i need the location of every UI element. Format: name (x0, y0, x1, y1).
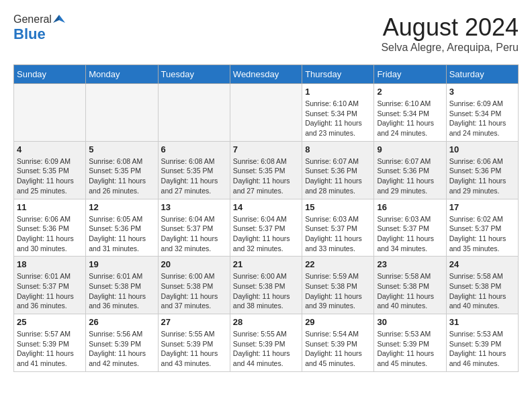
day-number: 22 (305, 259, 371, 269)
day-of-week-header: Friday (374, 65, 446, 84)
calendar-day-cell: 26Sunrise: 5:56 AM Sunset: 5:39 PM Dayli… (86, 314, 158, 372)
calendar-day-cell: 23Sunrise: 5:58 AM Sunset: 5:38 PM Dayli… (374, 257, 446, 314)
calendar-day-cell: 24Sunrise: 5:58 AM Sunset: 5:38 PM Dayli… (446, 257, 518, 314)
day-number: 27 (161, 317, 227, 327)
svg-marker-1 (53, 15, 59, 23)
calendar-day-cell: 6Sunrise: 6:08 AM Sunset: 5:35 PM Daylig… (158, 141, 230, 199)
logo: General Blue (13, 13, 65, 43)
day-of-week-header: Tuesday (158, 65, 230, 84)
day-number: 21 (233, 259, 299, 269)
calendar-day-cell: 8Sunrise: 6:07 AM Sunset: 5:36 PM Daylig… (302, 141, 374, 199)
day-info: Sunrise: 5:58 AM Sunset: 5:38 PM Dayligh… (449, 271, 515, 311)
calendar-week-row: 25Sunrise: 5:57 AM Sunset: 5:39 PM Dayli… (14, 314, 519, 372)
day-number: 3 (449, 87, 515, 97)
day-number: 9 (377, 144, 443, 154)
day-number: 25 (17, 317, 83, 327)
day-number: 14 (233, 202, 299, 212)
day-info: Sunrise: 6:05 AM Sunset: 5:36 PM Dayligh… (89, 214, 154, 254)
day-of-week-header: Sunday (14, 65, 86, 84)
day-info: Sunrise: 5:54 AM Sunset: 5:39 PM Dayligh… (305, 329, 371, 369)
page-header: General Blue August 2024 Selva Alegre, A… (13, 13, 519, 54)
calendar-table: SundayMondayTuesdayWednesdayThursdayFrid… (13, 64, 519, 372)
day-of-week-header: Wednesday (230, 65, 302, 84)
logo-general-text: General (13, 13, 52, 26)
day-info: Sunrise: 5:57 AM Sunset: 5:39 PM Dayligh… (17, 329, 83, 369)
calendar-day-cell: 17Sunrise: 6:02 AM Sunset: 5:37 PM Dayli… (446, 199, 518, 257)
day-number: 2 (377, 87, 443, 97)
logo-blue-text: Blue (13, 26, 46, 43)
day-number: 11 (17, 202, 83, 212)
day-number: 5 (89, 144, 154, 154)
calendar-day-cell: 30Sunrise: 5:53 AM Sunset: 5:39 PM Dayli… (374, 314, 446, 372)
calendar-week-row: 4Sunrise: 6:09 AM Sunset: 5:35 PM Daylig… (14, 141, 519, 199)
day-number: 16 (377, 202, 443, 212)
calendar-day-cell: 1Sunrise: 6:10 AM Sunset: 5:34 PM Daylig… (302, 84, 374, 142)
day-info: Sunrise: 6:03 AM Sunset: 5:37 PM Dayligh… (377, 214, 443, 254)
calendar-day-cell: 29Sunrise: 5:54 AM Sunset: 5:39 PM Dayli… (302, 314, 374, 372)
day-info: Sunrise: 6:04 AM Sunset: 5:37 PM Dayligh… (161, 214, 227, 254)
day-info: Sunrise: 6:08 AM Sunset: 5:35 PM Dayligh… (161, 156, 227, 196)
day-number: 31 (449, 317, 515, 327)
day-of-week-header: Saturday (446, 65, 518, 84)
calendar-day-cell: 4Sunrise: 6:09 AM Sunset: 5:35 PM Daylig… (14, 141, 86, 199)
calendar-day-cell: 10Sunrise: 6:06 AM Sunset: 5:36 PM Dayli… (446, 141, 518, 199)
calendar-week-row: 18Sunrise: 6:01 AM Sunset: 5:37 PM Dayli… (14, 257, 519, 314)
month-title: August 2024 (381, 13, 519, 42)
calendar-day-cell: 28Sunrise: 5:55 AM Sunset: 5:39 PM Dayli… (230, 314, 302, 372)
day-number: 15 (305, 202, 371, 212)
day-number: 18 (17, 259, 83, 269)
calendar-day-cell: 22Sunrise: 5:59 AM Sunset: 5:38 PM Dayli… (302, 257, 374, 314)
calendar-day-cell: 19Sunrise: 6:01 AM Sunset: 5:38 PM Dayli… (86, 257, 158, 314)
day-number: 24 (449, 259, 515, 269)
calendar-day-cell: 14Sunrise: 6:04 AM Sunset: 5:37 PM Dayli… (230, 199, 302, 257)
day-info: Sunrise: 5:55 AM Sunset: 5:39 PM Dayligh… (161, 329, 227, 369)
calendar-day-cell: 12Sunrise: 6:05 AM Sunset: 5:36 PM Dayli… (86, 199, 158, 257)
calendar-day-cell: 15Sunrise: 6:03 AM Sunset: 5:37 PM Dayli… (302, 199, 374, 257)
calendar-day-cell: 9Sunrise: 6:07 AM Sunset: 5:36 PM Daylig… (374, 141, 446, 199)
calendar-day-cell: 18Sunrise: 6:01 AM Sunset: 5:37 PM Dayli… (14, 257, 86, 314)
day-number: 12 (89, 202, 154, 212)
calendar-day-cell: 16Sunrise: 6:03 AM Sunset: 5:37 PM Dayli… (374, 199, 446, 257)
calendar-day-cell: 7Sunrise: 6:08 AM Sunset: 5:35 PM Daylig… (230, 141, 302, 199)
day-info: Sunrise: 5:55 AM Sunset: 5:39 PM Dayligh… (233, 329, 299, 369)
day-number: 26 (89, 317, 154, 327)
location-subtitle: Selva Alegre, Arequipa, Peru (381, 42, 519, 54)
day-number: 28 (233, 317, 299, 327)
day-number: 1 (305, 87, 371, 97)
calendar-day-cell: 31Sunrise: 5:53 AM Sunset: 5:39 PM Dayli… (446, 314, 518, 372)
day-info: Sunrise: 6:07 AM Sunset: 5:36 PM Dayligh… (305, 156, 371, 196)
calendar-day-cell: 11Sunrise: 6:06 AM Sunset: 5:36 PM Dayli… (14, 199, 86, 257)
calendar-day-cell (230, 84, 302, 142)
day-number: 4 (17, 144, 83, 154)
day-info: Sunrise: 6:07 AM Sunset: 5:36 PM Dayligh… (377, 156, 443, 196)
day-info: Sunrise: 6:06 AM Sunset: 5:36 PM Dayligh… (449, 156, 515, 196)
day-number: 10 (449, 144, 515, 154)
day-of-week-header: Thursday (302, 65, 374, 84)
day-info: Sunrise: 6:06 AM Sunset: 5:36 PM Dayligh… (17, 214, 83, 254)
logo-bird-icon (53, 13, 65, 26)
calendar-week-row: 1Sunrise: 6:10 AM Sunset: 5:34 PM Daylig… (14, 84, 519, 142)
day-number: 23 (377, 259, 443, 269)
calendar-day-cell (86, 84, 158, 142)
calendar-day-cell: 20Sunrise: 6:00 AM Sunset: 5:38 PM Dayli… (158, 257, 230, 314)
day-info: Sunrise: 6:02 AM Sunset: 5:37 PM Dayligh… (449, 214, 515, 254)
day-number: 8 (305, 144, 371, 154)
day-number: 29 (305, 317, 371, 327)
day-info: Sunrise: 6:08 AM Sunset: 5:35 PM Dayligh… (89, 156, 154, 196)
day-number: 7 (233, 144, 299, 154)
day-info: Sunrise: 6:01 AM Sunset: 5:38 PM Dayligh… (89, 271, 154, 311)
calendar-week-row: 11Sunrise: 6:06 AM Sunset: 5:36 PM Dayli… (14, 199, 519, 257)
title-block: August 2024 Selva Alegre, Arequipa, Peru (381, 13, 519, 54)
calendar-day-cell: 13Sunrise: 6:04 AM Sunset: 5:37 PM Dayli… (158, 199, 230, 257)
day-info: Sunrise: 5:56 AM Sunset: 5:39 PM Dayligh… (89, 329, 154, 369)
calendar-day-cell: 21Sunrise: 6:00 AM Sunset: 5:38 PM Dayli… (230, 257, 302, 314)
day-info: Sunrise: 5:59 AM Sunset: 5:38 PM Dayligh… (305, 271, 371, 311)
day-info: Sunrise: 6:04 AM Sunset: 5:37 PM Dayligh… (233, 214, 299, 254)
day-info: Sunrise: 6:10 AM Sunset: 5:34 PM Dayligh… (377, 99, 443, 138)
day-info: Sunrise: 6:10 AM Sunset: 5:34 PM Dayligh… (305, 99, 371, 138)
day-info: Sunrise: 6:09 AM Sunset: 5:35 PM Dayligh… (17, 156, 83, 196)
day-number: 13 (161, 202, 227, 212)
calendar-day-cell: 3Sunrise: 6:09 AM Sunset: 5:34 PM Daylig… (446, 84, 518, 142)
day-info: Sunrise: 6:03 AM Sunset: 5:37 PM Dayligh… (305, 214, 371, 254)
day-info: Sunrise: 6:00 AM Sunset: 5:38 PM Dayligh… (233, 271, 299, 311)
